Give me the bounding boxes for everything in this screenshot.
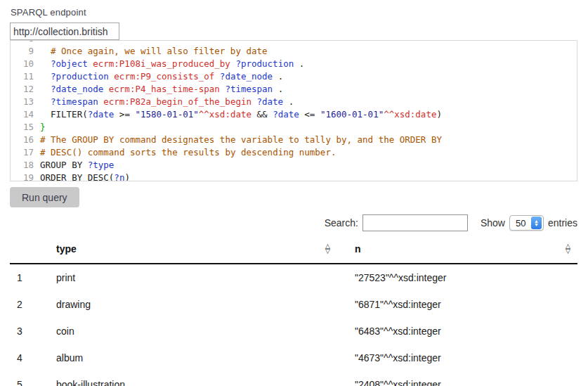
code-line: 11?production ecrm:P9_consists_of ?date_…	[11, 70, 577, 83]
code-text: ORDER BY DESC(?n)	[40, 172, 130, 181]
code-text: FILTER(?date >= "1580-01-01"^^xsd:date &…	[40, 108, 442, 121]
line-number: 17	[11, 146, 40, 159]
line-number: 9	[11, 45, 40, 58]
idx-cell: 2	[10, 291, 49, 318]
code-line: 8	[11, 40, 577, 45]
code-text: ?object ecrm:P108i_was_produced_by ?prod…	[40, 58, 304, 70]
line-number: 19	[11, 172, 40, 181]
line-number: 10	[11, 58, 40, 70]
select-stepper-icon: ▲ ▼	[531, 217, 542, 229]
code-text: GROUP BY ?type	[40, 159, 114, 172]
table-controls: Search: Show 50 ▲ ▼ entries	[10, 214, 577, 231]
table-row: 3coin"6483"^^xsd:integer	[10, 318, 577, 345]
type-column-label: type	[56, 243, 77, 255]
type-cell: print	[49, 264, 348, 291]
table-row: 5book-illustration"2408"^^xsd:integer	[10, 371, 577, 386]
show-entries-label: Show	[481, 217, 505, 229]
code-line: 14FILTER(?date >= "1580-01-01"^^xsd:date…	[11, 108, 577, 121]
idx-cell: 5	[10, 371, 49, 386]
line-number: 16	[11, 134, 40, 146]
n-cell: "4673"^^xsd:integer	[348, 345, 577, 371]
code-text: ?timespan ecrm:P82a_begin_of_the_begin ?…	[40, 96, 294, 108]
sort-icon[interactable]: △▽	[325, 244, 330, 254]
code-text: # The GROUP BY command designates the va…	[40, 134, 442, 146]
results-table: type △▽ n △▽ 1print"27523"^^xsd:integer2…	[10, 237, 577, 386]
code-text: }	[40, 121, 46, 134]
code-line: 19ORDER BY DESC(?n)	[11, 172, 577, 181]
n-cell: "6483"^^xsd:integer	[348, 318, 577, 345]
code-line: 12?date_node ecrm:P4_has_time-span ?time…	[11, 83, 577, 96]
code-text: # Once again, we will also filter by dat…	[40, 45, 268, 58]
page-size-select[interactable]: 50 ▲ ▼	[509, 215, 544, 231]
code-line: 13?timespan ecrm:P82a_begin_of_the_begin…	[11, 96, 577, 108]
sparql-query-page: SPARQL endpoint 89# Once again, we will …	[0, 0, 588, 386]
table-row: 2drawing"6871"^^xsd:integer	[10, 291, 577, 318]
code-line: 16# The GROUP BY command designates the …	[11, 134, 577, 146]
line-number: 14	[11, 108, 40, 121]
table-row: 1print"27523"^^xsd:integer	[10, 264, 577, 291]
line-number: 13	[11, 96, 40, 108]
code-text: ?date_node ecrm:P4_has_time-span ?timesp…	[40, 83, 283, 96]
n-cell: "6871"^^xsd:integer	[348, 291, 577, 318]
n-column-label: n	[355, 243, 361, 255]
table-header-row: type △▽ n △▽	[10, 237, 577, 264]
header-index-column	[10, 237, 49, 264]
table-row: 4album"4673"^^xsd:integer	[10, 345, 577, 371]
page-size-value: 50	[510, 218, 525, 229]
chevron-down-icon: ▼	[534, 223, 539, 226]
type-cell: album	[49, 345, 348, 371]
idx-cell: 3	[10, 318, 49, 345]
idx-cell: 1	[10, 264, 49, 291]
code-text: ?production ecrm:P9_consists_of ?date_no…	[40, 70, 283, 83]
type-cell: coin	[49, 318, 348, 345]
code-text: # DESC() command sorts the results by de…	[40, 146, 336, 159]
header-n-column[interactable]: n △▽	[348, 237, 577, 264]
code-line: 10?object ecrm:P108i_was_produced_by ?pr…	[11, 58, 577, 70]
n-cell: "27523"^^xsd:integer	[348, 264, 577, 291]
line-number: 12	[11, 83, 40, 96]
type-cell: book-illustration	[49, 371, 348, 386]
sparql-code-editor[interactable]: 89# Once again, we will also filter by d…	[10, 40, 577, 181]
line-number: 18	[11, 159, 40, 172]
code-line: 15}	[11, 121, 577, 134]
run-query-button[interactable]: Run query	[10, 187, 79, 207]
endpoint-label: SPARQL endpoint	[10, 6, 577, 22]
endpoint-input[interactable]	[10, 22, 119, 40]
header-type-column[interactable]: type △▽	[49, 237, 348, 264]
type-cell: drawing	[49, 291, 348, 318]
entries-label: entries	[548, 217, 577, 229]
search-label: Search:	[325, 217, 358, 229]
code-lines: 89# Once again, we will also filter by d…	[11, 40, 577, 181]
sort-icon[interactable]: △▽	[566, 244, 570, 254]
code-line: 17# DESC() command sorts the results by …	[11, 146, 577, 159]
line-number: 8	[11, 40, 40, 45]
line-number: 11	[11, 70, 40, 83]
code-line: 18GROUP BY ?type	[11, 159, 577, 172]
idx-cell: 4	[10, 345, 49, 371]
n-cell: "2408"^^xsd:integer	[348, 371, 577, 386]
line-number: 15	[11, 121, 40, 134]
search-input[interactable]	[362, 214, 468, 231]
code-line: 9# Once again, we will also filter by da…	[11, 45, 577, 58]
